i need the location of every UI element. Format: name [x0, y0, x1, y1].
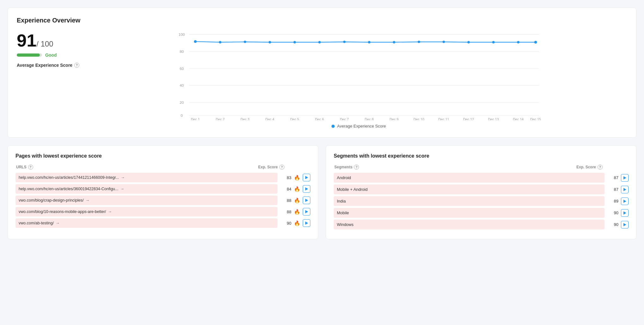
svg-point-35 — [393, 41, 395, 44]
svg-marker-44 — [305, 199, 308, 202]
url-cell[interactable]: vwo.com/ab-testing/ → — [15, 218, 277, 228]
table-row: Mobile 90 — [334, 208, 629, 218]
fire-icon[interactable]: 🔥 — [294, 175, 300, 181]
segment-score: 90 — [607, 210, 618, 215]
segment-cell: India — [334, 196, 605, 206]
segment-cell: Mobile + Android — [334, 184, 605, 194]
svg-text:Dec 7: Dec 7 — [340, 117, 349, 120]
svg-text:60: 60 — [179, 66, 184, 71]
svg-marker-47 — [623, 176, 626, 179]
fire-icon[interactable]: 🔥 — [294, 197, 300, 203]
table-row: vwo.com/blog/crap-design-principles/ → 8… — [15, 196, 310, 205]
svg-text:Dec 5: Dec 5 — [290, 117, 299, 120]
segments-table-header: Segments ? Exp. Score ? — [334, 165, 629, 170]
svg-text:Dec 4: Dec 4 — [265, 117, 274, 120]
table-row: help.vwo.com/hc/en-us/articles/360019422… — [15, 184, 310, 194]
avg-score-text: Average Experience Score — [17, 63, 72, 68]
play-button[interactable] — [621, 209, 629, 217]
svg-text:Dec 1: Dec 1 — [191, 117, 200, 120]
table-row: Android 87 — [334, 173, 629, 183]
play-button[interactable] — [621, 186, 629, 193]
table-row: Windows 90 — [334, 220, 629, 229]
svg-text:Dec 14: Dec 14 — [513, 117, 524, 120]
svg-point-36 — [418, 41, 420, 43]
url-cell[interactable]: vwo.com/blog/crap-design-principles/ → — [15, 196, 277, 205]
page-score: 83 — [280, 175, 291, 180]
svg-point-41 — [534, 41, 537, 44]
svg-text:Dec 12: Dec 12 — [463, 117, 474, 120]
svg-marker-48 — [623, 188, 626, 191]
play-button[interactable] — [621, 174, 629, 182]
svg-text:80: 80 — [179, 49, 184, 54]
table-row: Mobile + Android 87 — [334, 184, 629, 194]
segments-card-title: Segments with lowest experience score — [334, 153, 629, 159]
seg-exp-score-col-info-icon[interactable]: ? — [598, 165, 603, 170]
fire-icon[interactable]: 🔥 — [294, 209, 300, 215]
url-arrow-icon: → — [56, 221, 60, 225]
legend-dot — [331, 125, 335, 128]
exp-score-col-info-icon[interactable]: ? — [279, 165, 284, 170]
svg-point-40 — [517, 41, 519, 44]
table-row: India 89 — [334, 196, 629, 206]
svg-marker-50 — [623, 211, 626, 215]
svg-text:Dec 10: Dec 10 — [414, 117, 424, 120]
exp-score-col-header: Exp. Score — [258, 165, 278, 169]
svg-text:40: 40 — [179, 83, 184, 88]
svg-text:Dec 3: Dec 3 — [240, 117, 249, 120]
page-score: 90 — [280, 221, 291, 226]
score-bar-fill — [17, 53, 40, 57]
score-progress-bar — [17, 53, 42, 57]
url-cell[interactable]: help.vwo.com/hc/en-us/articles/174412114… — [15, 173, 277, 182]
segments-lowest-score-card: Segments with lowest experience score Se… — [326, 145, 636, 239]
play-button[interactable] — [303, 208, 310, 216]
play-button[interactable] — [303, 174, 310, 181]
url-cell[interactable]: vwo.com/blog/10-reasons-mobile-apps-are-… — [15, 207, 277, 216]
segment-name: Windows — [337, 222, 354, 227]
url-cell[interactable]: help.vwo.com/hc/en-us/articles/360019422… — [15, 184, 277, 194]
svg-text:Dec 11: Dec 11 — [438, 117, 449, 120]
segment-cell: Mobile — [334, 208, 605, 218]
play-button[interactable] — [303, 185, 310, 193]
seg-exp-score-col-header: Exp. Score — [576, 165, 596, 169]
page-score: 88 — [280, 209, 291, 214]
table-row: vwo.com/blog/10-reasons-mobile-apps-are-… — [15, 207, 310, 216]
url-text: vwo.com/blog/crap-design-principles/ — [19, 198, 84, 203]
play-button[interactable] — [303, 219, 310, 227]
svg-point-30 — [269, 41, 271, 44]
svg-marker-51 — [623, 223, 626, 226]
play-button[interactable] — [303, 197, 310, 204]
score-quality-label: Good — [45, 53, 57, 58]
legend-label: Average Experience Score — [337, 124, 386, 128]
segment-name: India — [337, 199, 346, 203]
segments-col-header: Segments — [334, 165, 352, 169]
svg-text:Dec 9: Dec 9 — [390, 117, 398, 120]
svg-point-33 — [343, 41, 346, 43]
avg-score-info-icon[interactable]: ? — [74, 63, 79, 68]
segment-cell: Android — [334, 173, 605, 183]
play-button[interactable] — [621, 221, 629, 228]
segment-score: 87 — [607, 175, 618, 180]
svg-point-27 — [194, 40, 197, 43]
svg-text:100: 100 — [179, 32, 185, 37]
svg-point-37 — [442, 41, 445, 43]
url-arrow-icon: → — [108, 209, 112, 214]
play-button[interactable] — [621, 197, 629, 205]
fire-icon[interactable]: 🔥 — [294, 220, 300, 226]
table-row: vwo.com/ab-testing/ → 90 🔥 — [15, 218, 310, 228]
url-arrow-icon: → — [121, 175, 125, 180]
urls-col-info-icon[interactable]: ? — [28, 165, 33, 170]
svg-marker-46 — [305, 222, 308, 225]
segment-cell: Windows — [334, 220, 605, 229]
svg-point-32 — [318, 41, 321, 44]
score-value: 91 — [17, 30, 36, 50]
svg-marker-45 — [305, 210, 308, 213]
pages-table-header: URLS ? Exp. Score ? — [15, 165, 310, 170]
pages-lowest-score-card: Pages with lowest experience score URLS … — [8, 145, 318, 239]
svg-point-38 — [467, 41, 470, 44]
segments-col-info-icon[interactable]: ? — [354, 165, 359, 170]
url-text: help.vwo.com/hc/en-us/articles/360019422… — [19, 187, 118, 191]
page-score: 88 — [280, 198, 291, 203]
fire-icon[interactable]: 🔥 — [294, 186, 300, 192]
experience-chart: 100 80 60 40 20 0 Dec 1 Dec 2 Dec 3 Dec … — [90, 32, 627, 128]
svg-text:Dec 13: Dec 13 — [488, 117, 499, 120]
